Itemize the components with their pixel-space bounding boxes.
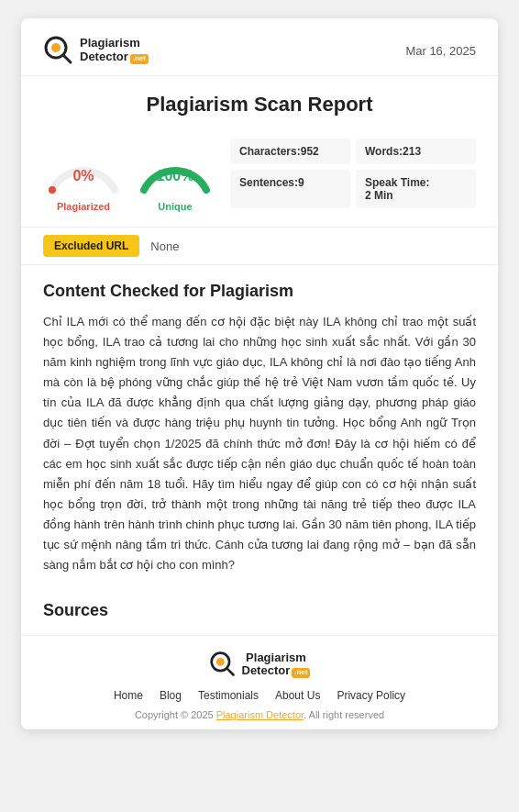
excluded-url-section: Excluded URL None: [21, 227, 498, 265]
svg-text:100%: 100%: [157, 168, 194, 184]
svg-line-2: [63, 55, 71, 62]
footer-nav-privacy[interactable]: Privacy Policy: [337, 689, 405, 702]
footer-logo-icon: [209, 651, 237, 678]
logo: Plagiarism Detector.net: [43, 35, 149, 66]
logo-icon: [43, 35, 74, 66]
sources-section: Sources: [21, 592, 498, 635]
report-title-section: Plagiarism Scan Report: [21, 76, 498, 126]
stats-grid: Characters:952 Words:213 Sentences:9 Spe…: [230, 139, 476, 208]
logo-plagiarism: Plagiarism: [80, 37, 149, 50]
svg-line-7: [226, 669, 233, 675]
sources-heading: Sources: [43, 601, 476, 620]
footer-logo-detector: Detector.net: [242, 664, 311, 678]
gauges: 0% Plagiarized 100% Unique: [43, 135, 215, 212]
svg-point-6: [215, 658, 224, 666]
report-title: Plagiarism Scan Report: [43, 93, 476, 117]
footer-logo-text: Plagiarism Detector.net: [242, 651, 311, 678]
content-body: Chỉ ILA mới có thể mang đến cơ hội đặc b…: [43, 312, 476, 575]
plagiarized-gauge: 0% Plagiarized: [43, 135, 124, 212]
content-section: Content Checked for Plagiarism Chỉ ILA m…: [21, 265, 498, 592]
stat-speaktime: Speak Time:2 Min: [356, 170, 476, 208]
logo-detector: Detector.net: [80, 50, 149, 64]
unique-label: Unique: [158, 201, 192, 212]
excluded-url-value: None: [150, 239, 179, 253]
footer-nav-testimonials[interactable]: Testimonials: [198, 689, 259, 702]
footer-nav-about[interactable]: About Us: [275, 689, 320, 702]
plagiarized-gauge-svg: 0%: [43, 135, 124, 199]
footer-nav-home[interactable]: Home: [114, 689, 143, 702]
stat-characters: Characters:952: [230, 139, 350, 164]
logo-text: Plagiarism Detector.net: [80, 37, 149, 63]
footer: Plagiarism Detector.net Home Blog Testim…: [21, 635, 498, 729]
header: Plagiarism Detector.net Mar 16, 2025: [21, 18, 498, 76]
page-wrapper: Plagiarism Detector.net Mar 16, 2025 Pla…: [21, 18, 498, 729]
plagiarized-label: Plagiarized: [57, 201, 110, 212]
footer-nav-blog[interactable]: Blog: [160, 689, 182, 702]
stat-words: Words:213: [356, 139, 476, 164]
footer-logo: Plagiarism Detector.net: [43, 651, 476, 678]
header-date: Mar 16, 2025: [405, 44, 476, 58]
unique-gauge: 100% Unique: [135, 135, 215, 212]
svg-text:0%: 0%: [72, 168, 94, 184]
unique-gauge-svg: 100%: [135, 135, 215, 199]
footer-copyright-link[interactable]: Plagiarism Detector: [216, 709, 304, 720]
excluded-url-badge: Excluded URL: [43, 235, 139, 257]
footer-copyright: Copyright © 2025 Plagiarism Detector. Al…: [43, 709, 476, 720]
svg-point-1: [51, 43, 61, 52]
stat-sentences: Sentences:9: [230, 170, 350, 208]
footer-nav: Home Blog Testimonials About Us Privacy …: [43, 689, 476, 702]
stats-section: 0% Plagiarized 100% Unique Characters:95…: [21, 126, 498, 227]
footer-logo-plagiarism: Plagiarism: [242, 651, 311, 664]
content-heading: Content Checked for Plagiarism: [43, 282, 476, 301]
